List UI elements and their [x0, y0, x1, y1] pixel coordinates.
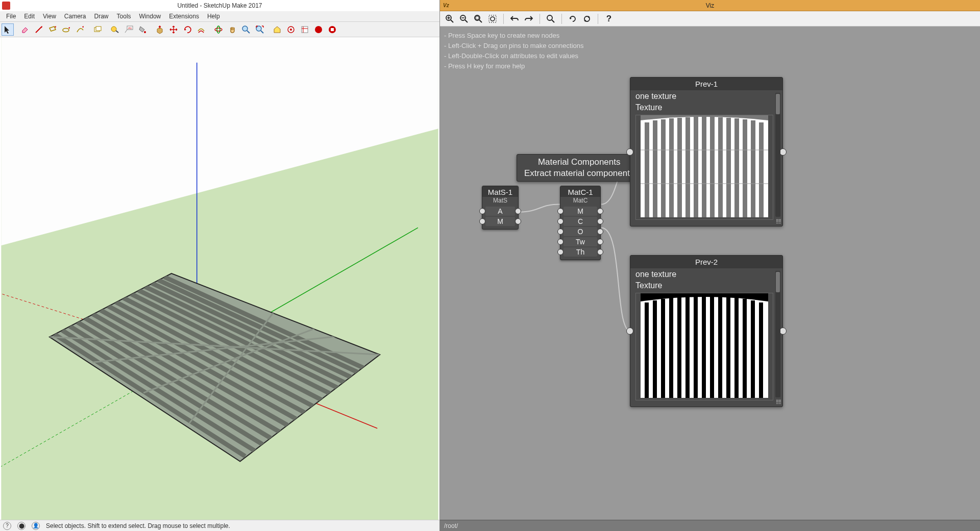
viz-canvas[interactable]: Press Space key to create new nodes Left… [440, 27, 980, 520]
zoom-in-icon[interactable] [443, 13, 456, 25]
pin-out[interactable] [597, 218, 603, 224]
tool-select[interactable] [2, 23, 14, 36]
preview-label: Texture [630, 102, 782, 113]
scrollbar[interactable] [775, 271, 780, 397]
node-title: MatC-1 [560, 186, 600, 197]
menu-tools[interactable]: Tools [113, 12, 135, 21]
help-icon[interactable]: ? [602, 13, 616, 25]
pin-in[interactable] [626, 148, 633, 156]
find-icon[interactable] [544, 13, 557, 25]
node-attr[interactable]: C [564, 217, 597, 226]
node-attr[interactable]: M [564, 207, 597, 216]
pin-out[interactable] [779, 327, 787, 335]
zoom-fit-icon[interactable] [472, 13, 485, 25]
tool-pushpull[interactable] [154, 23, 166, 36]
pin-in[interactable] [557, 218, 564, 224]
svg-point-9 [242, 26, 248, 31]
tool-move[interactable] [167, 23, 180, 36]
scrollbar[interactable] [775, 93, 780, 217]
refresh-all-icon[interactable] [580, 13, 594, 25]
tool-pan[interactable] [226, 23, 238, 36]
node-attr[interactable]: A [485, 207, 515, 216]
svg-rect-74 [661, 299, 665, 398]
menu-window[interactable]: Window [135, 12, 165, 21]
menu-camera[interactable]: Camera [60, 12, 90, 21]
pin-in[interactable] [557, 208, 564, 214]
tool-zoom[interactable] [240, 23, 252, 36]
refresh-icon[interactable] [566, 13, 579, 25]
pin-out[interactable] [597, 208, 603, 214]
tool-extension-warehouse[interactable] [285, 23, 297, 36]
svg-point-12 [290, 29, 292, 31]
pin-in[interactable] [479, 208, 485, 214]
tool-arc[interactable] [74, 23, 86, 36]
node-prev1[interactable]: Prev-1 one texture Texture [630, 77, 783, 226]
status-icon-geo[interactable]: ⬤ [17, 522, 26, 530]
node-attr[interactable]: Tw [564, 237, 597, 246]
status-icon-user[interactable]: 👤 [32, 522, 40, 530]
resize-grip-icon[interactable]: ⣿⣿ [774, 399, 781, 406]
sketchup-viewport[interactable] [0, 37, 439, 520]
pin-in[interactable] [557, 229, 564, 235]
svg-rect-49 [476, 16, 479, 19]
tool-warehouse[interactable] [271, 23, 283, 36]
status-icon-help[interactable]: ? [3, 522, 11, 530]
tool-circle[interactable] [60, 23, 72, 36]
pin-out[interactable] [597, 239, 603, 245]
svg-rect-65 [734, 118, 739, 217]
zoom-selection-icon[interactable] [486, 13, 499, 25]
menu-extensions[interactable]: Extensions [165, 12, 203, 21]
tool-text[interactable]: A1 [122, 23, 135, 36]
svg-text:A1: A1 [128, 27, 132, 30]
pin-out[interactable] [515, 208, 521, 214]
menu-view[interactable]: View [39, 12, 60, 21]
menu-file[interactable]: File [2, 12, 20, 21]
pin-in[interactable] [626, 327, 633, 335]
node-mats[interactable]: MatS-1 MatS A M [482, 186, 519, 230]
sketchup-toolbar[interactable]: A1 [0, 22, 439, 37]
tool-zoom-extents[interactable] [254, 23, 266, 36]
svg-rect-58 [677, 118, 682, 217]
menu-draw[interactable]: Draw [90, 12, 113, 21]
svg-rect-63 [718, 117, 723, 217]
viz-toolbar[interactable]: ? [440, 11, 980, 27]
tool-make-component[interactable] [91, 23, 104, 36]
viz-path: /root/ [444, 522, 458, 529]
node-attr[interactable]: O [564, 227, 597, 236]
menu-help[interactable]: Help [203, 12, 224, 21]
menu-edit[interactable]: Edit [20, 12, 39, 21]
pin-out[interactable] [597, 249, 603, 255]
tool-extension1[interactable] [312, 23, 325, 36]
zoom-out-icon[interactable] [457, 13, 471, 25]
resize-grip-icon[interactable]: ⣿⣿ [774, 219, 781, 225]
pin-in[interactable] [557, 249, 564, 255]
redo-icon[interactable] [522, 13, 535, 25]
pin-out[interactable] [515, 218, 521, 224]
node-matc[interactable]: MatC-1 MatC M C O Tw Th [560, 186, 601, 260]
node-prev2[interactable]: Prev-2 one texture Texture [630, 255, 783, 407]
sketchup-menubar[interactable]: File Edit View Camera Draw Tools Window … [0, 11, 439, 22]
svg-rect-78 [694, 296, 698, 398]
svg-rect-2 [96, 27, 101, 31]
tool-layout[interactable] [299, 23, 311, 36]
tool-extension2[interactable] [326, 23, 338, 36]
svg-rect-13 [302, 27, 308, 33]
tool-line[interactable] [33, 23, 45, 36]
tool-orbit[interactable] [212, 23, 225, 36]
tool-rectangle[interactable] [46, 23, 59, 36]
node-attr[interactable]: M [485, 217, 515, 226]
tool-eraser[interactable] [19, 23, 31, 36]
sketchup-title: Untitled - SketchUp Make 2017 [177, 2, 262, 9]
tool-tape-measure[interactable] [109, 23, 121, 36]
pin-in[interactable] [557, 239, 564, 245]
tool-offset[interactable] [195, 23, 207, 36]
undo-icon[interactable] [508, 13, 521, 25]
pin-out[interactable] [779, 148, 787, 156]
pin-in[interactable] [479, 218, 485, 224]
node-attr[interactable]: Th [564, 247, 597, 257]
svg-rect-80 [710, 296, 714, 398]
svg-rect-81 [718, 296, 722, 398]
pin-out[interactable] [597, 229, 603, 235]
tool-rotate[interactable] [181, 23, 193, 36]
tool-paint[interactable] [136, 23, 149, 36]
